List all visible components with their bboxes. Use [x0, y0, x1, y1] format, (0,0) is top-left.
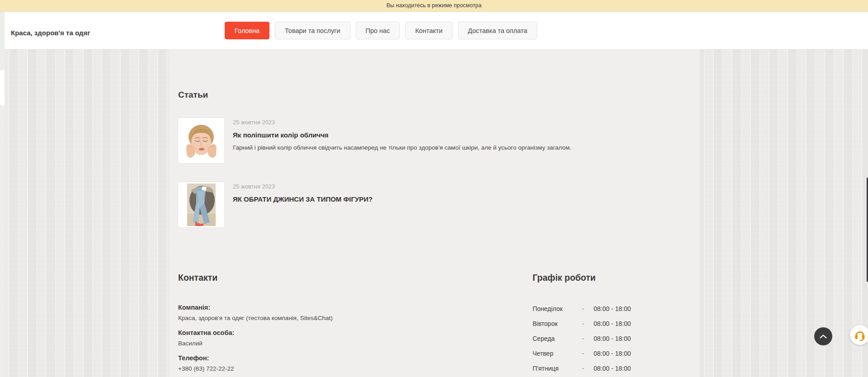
schedule-separator: -: [582, 365, 594, 372]
contact-field-label: Контактна особа:: [178, 330, 431, 336]
nav-button-products-services[interactable]: Товари та послуги: [275, 22, 350, 39]
article-title-link[interactable]: Як поліпшити колір обличчя: [233, 131, 622, 139]
content-column: Статьи 25 жовтня 2023 Як поліпшити: [170, 49, 700, 377]
nav-button-delivery-payment[interactable]: Доставка та оплата: [458, 22, 538, 39]
schedule-row: Четвер - 08:00 - 18:00: [533, 350, 631, 365]
schedule-time: 08:00 - 18:00: [594, 350, 631, 357]
article-date: 25 жовтня 2023: [233, 183, 622, 190]
contact-field-value: Василий: [178, 340, 431, 347]
folded-jeans-photo: [178, 182, 224, 227]
schedule-day: Середа: [533, 335, 582, 342]
contact-field-label: Телефон:: [178, 355, 431, 362]
schedule-separator: -: [582, 320, 594, 327]
article-body: 25 жовтня 2023 ЯК ОБРАТИ ДЖИНСИ ЗА ТИПОМ…: [233, 182, 622, 227]
schedule-time: 08:00 - 18:00: [594, 320, 631, 327]
nav-button-contacts[interactable]: Контакти: [405, 22, 452, 39]
main-nav: Головна Товари та послуги Про нас Контак…: [225, 22, 537, 39]
work-schedule-heading: Графік роботи: [533, 273, 596, 283]
schedule-separator: -: [582, 305, 594, 312]
schedule-day: Вівторок: [533, 320, 582, 327]
article-item: 25 жовтня 2023 Як поліпшити колір обличч…: [178, 118, 622, 163]
article-body: 25 жовтня 2023 Як поліпшити колір обличч…: [233, 118, 622, 163]
preview-mode-banner: Вы находитесь в режиме просмотра: [0, 0, 868, 12]
schedule-row: Вівторок - 08:00 - 18:00: [533, 320, 631, 335]
left-edge-rail: [0, 12, 5, 377]
article-excerpt: Гарний і рівний колір обличчя свідчить н…: [233, 144, 622, 151]
contacts-block: Компанія: Краса, здоров'я та одяг (тесто…: [178, 304, 431, 377]
nav-button-home[interactable]: Головна: [225, 22, 269, 39]
contact-field-value: +380 (63) 722-22-22: [178, 366, 431, 372]
left-edge-rail-segment: [0, 70, 5, 105]
schedule-day: Четвер: [533, 350, 582, 357]
woman-face-photo: [178, 118, 224, 163]
article-item: 25 жовтня 2023 ЯК ОБРАТИ ДЖИНСИ ЗА ТИПОМ…: [178, 182, 622, 227]
schedule-row: Понеділок - 08:00 - 18:00: [533, 305, 631, 320]
schedule-time: 08:00 - 18:00: [594, 365, 631, 372]
nav-button-about[interactable]: Про нас: [356, 22, 400, 39]
headset-icon: [854, 329, 866, 341]
contacts-heading: Контакти: [178, 273, 217, 283]
schedule-row: Середа - 08:00 - 18:00: [533, 335, 631, 350]
schedule-time: 08:00 - 18:00: [594, 305, 631, 312]
article-title-link[interactable]: ЯК ОБРАТИ ДЖИНСИ ЗА ТИПОМ ФІГУРИ?: [233, 195, 622, 203]
schedule-day: Понеділок: [533, 305, 582, 312]
article-thumbnail[interactable]: [178, 118, 224, 163]
contact-field-label: Компанія:: [178, 304, 431, 311]
site-header: Краса, здоров'я та одяг Головна Товари т…: [5, 12, 868, 49]
scroll-to-top-button[interactable]: [814, 327, 832, 345]
schedule-time: 08:00 - 18:00: [594, 335, 631, 342]
chat-widget-button[interactable]: [850, 325, 868, 345]
contact-field-value: Краса, здоров'я та одяг (тестова компані…: [178, 315, 431, 321]
site-title: Краса, здоров'я та одяг: [11, 28, 90, 38]
schedule-day: П'ятниця: [533, 365, 582, 372]
schedule-separator: -: [582, 335, 594, 342]
schedule-row: П'ятниця - 08:00 - 18:00: [533, 365, 631, 377]
schedule-separator: -: [582, 350, 594, 357]
article-thumbnail[interactable]: [178, 182, 224, 227]
articles-section-heading: Статьи: [178, 90, 208, 100]
chevron-up-icon: [819, 334, 827, 339]
work-schedule-block: Понеділок - 08:00 - 18:00 Вівторок - 08:…: [533, 305, 631, 377]
article-date: 25 жовтня 2023: [233, 119, 622, 126]
